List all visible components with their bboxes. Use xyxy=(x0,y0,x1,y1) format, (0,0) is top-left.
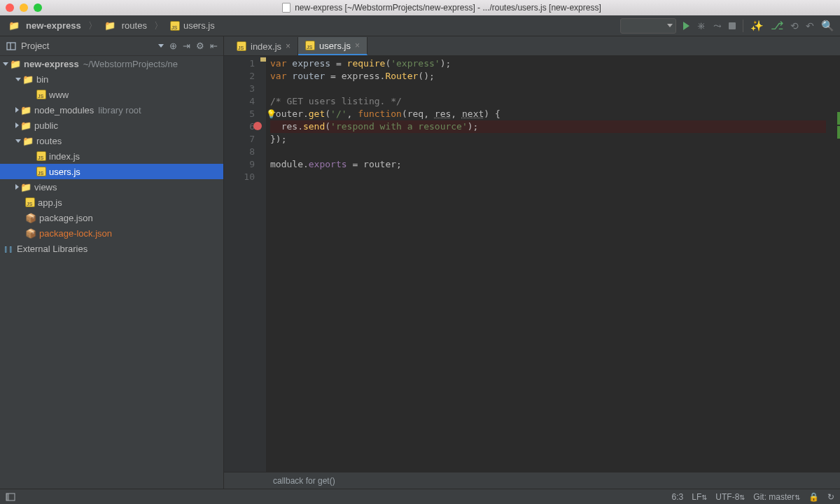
chevron-right-icon[interactable] xyxy=(15,184,19,190)
js-file-icon: JS xyxy=(36,151,46,161)
tree-folder-node-modules[interactable]: 📁 node_modules library root xyxy=(0,102,223,118)
line-number[interactable]: 7 xyxy=(228,133,255,146)
stop-icon[interactable] xyxy=(729,22,736,29)
tab-close-icon[interactable]: × xyxy=(355,41,360,50)
undo-icon[interactable]: ↶ xyxy=(806,20,814,31)
line-number[interactable]: 4 xyxy=(228,95,255,108)
close-window-icon[interactable] xyxy=(6,4,14,12)
breakpoint-icon[interactable] xyxy=(253,122,262,130)
line-number[interactable]: 2 xyxy=(228,70,255,83)
chevron-right-icon[interactable] xyxy=(15,107,19,113)
code-line[interactable]: /* GET users listing. */ xyxy=(270,95,826,108)
tree-folder-views[interactable]: 📁 views xyxy=(0,179,223,195)
tree-folder-public[interactable]: 📁 public xyxy=(0,118,223,133)
chevron-down-icon[interactable] xyxy=(3,62,8,66)
code-line[interactable] xyxy=(270,83,826,95)
project-tree[interactable]: 📁 new-express ~/WebstormProjects/ne 📁 bi… xyxy=(0,56,223,489)
line-number[interactable]: 8 xyxy=(228,146,255,158)
update-icon[interactable]: ⟲ xyxy=(790,20,799,31)
tree-label: node_modules xyxy=(34,105,94,115)
code-line[interactable] xyxy=(270,171,826,183)
breadcrumb-file[interactable]: JS users.js xyxy=(167,20,218,31)
tab-close-icon[interactable]: × xyxy=(286,41,290,51)
tree-label: public xyxy=(34,120,58,131)
tree-folder-bin[interactable]: 📁 bin xyxy=(0,71,223,87)
code-line[interactable]: module.exports = router; xyxy=(270,158,826,171)
status-git-branch[interactable]: Git: master xyxy=(753,492,794,502)
tree-folder-routes[interactable]: 📁 routes xyxy=(0,133,223,148)
editor-gutter[interactable]: 1 2 3 4 5 6 7 8 9 10 💡 xyxy=(224,56,266,472)
editor-breadcrumb-label: callback for get() xyxy=(273,476,335,486)
folder-icon: 📁 xyxy=(104,20,115,31)
tab-label: index.js xyxy=(251,41,281,52)
run-with-coverage-icon[interactable]: ⤳ xyxy=(713,20,722,31)
mark-icon[interactable] xyxy=(837,112,840,125)
mark-icon[interactable] xyxy=(837,126,840,139)
line-number[interactable]: 1 xyxy=(228,57,255,70)
chevron-down-icon[interactable] xyxy=(15,139,21,143)
tree-file-app-js[interactable]: JS app.js xyxy=(0,195,223,210)
tree-file-users-js[interactable]: JS users.js xyxy=(0,164,223,179)
status-position[interactable]: 6:3 xyxy=(672,492,684,502)
branch-icon[interactable]: ⎇ xyxy=(771,19,783,32)
code-area[interactable]: var express = require('express'); var ro… xyxy=(266,56,830,472)
tree-file-package-json[interactable]: 📦 package.json xyxy=(0,210,223,225)
search-icon[interactable]: 🔍 xyxy=(821,20,834,32)
line-number[interactable]: 10 xyxy=(228,171,255,183)
debug-icon[interactable]: ⛯ xyxy=(696,20,706,31)
code-line[interactable]: }); xyxy=(270,133,826,146)
js-file-icon: JS xyxy=(25,197,35,207)
minimize-window-icon[interactable] xyxy=(20,4,28,12)
tree-external-libraries[interactable]: ⫿⫿ External Libraries xyxy=(0,241,223,256)
warning-stripe-icon[interactable] xyxy=(260,57,266,62)
lock-icon[interactable]: 🔒 xyxy=(808,492,819,502)
toolbar-separator xyxy=(743,20,743,32)
code-line[interactable] xyxy=(270,146,826,158)
breadcrumb-sep-icon: 〉 xyxy=(88,20,97,32)
sync-icon[interactable]: ↻ xyxy=(827,492,834,502)
breadcrumb-project[interactable]: 📁 new-express xyxy=(6,20,84,31)
json-file-icon: 📦 xyxy=(25,213,36,223)
code-line[interactable]: res.send('respond with a resource'); xyxy=(270,120,826,133)
code-line[interactable]: router.get('/', function(req, res, next)… xyxy=(270,108,826,120)
json-file-icon: 📦 xyxy=(25,228,36,239)
run-icon[interactable] xyxy=(683,22,690,30)
hide-tool-icon[interactable]: ⇤ xyxy=(210,41,218,51)
code-line[interactable]: var router = express.Router(); xyxy=(270,70,826,83)
intention-bulb-icon[interactable]: 💡 xyxy=(266,108,276,120)
scroll-from-source-icon[interactable]: ⊕ xyxy=(169,41,177,51)
project-tool-title[interactable]: Project xyxy=(21,41,155,51)
tab-users-js[interactable]: JS users.js × xyxy=(298,37,368,55)
code-line[interactable]: var express = require('express'); xyxy=(270,57,826,70)
project-tool-header: Project ⊕ ⇥ ⚙ ⇤ xyxy=(0,36,223,56)
settings-gear-icon[interactable]: ⚙ xyxy=(196,41,204,51)
error-stripe[interactable] xyxy=(830,56,840,472)
tab-index-js[interactable]: JS index.js × xyxy=(230,37,298,55)
editor-body[interactable]: 1 2 3 4 5 6 7 8 9 10 💡 var express = req… xyxy=(224,56,840,472)
tree-project-root[interactable]: 📁 new-express ~/WebstormProjects/ne xyxy=(0,56,223,71)
editor-area: JS index.js × JS users.js × 1 2 3 4 5 6 … xyxy=(224,36,840,489)
tree-label: bin xyxy=(36,74,48,85)
maximize-window-icon[interactable] xyxy=(34,4,42,12)
status-line-ending[interactable]: LF xyxy=(692,492,701,502)
editor-breadcrumb[interactable]: callback for get() xyxy=(224,472,840,489)
project-tool-icon[interactable] xyxy=(6,41,17,52)
line-number[interactable]: 3 xyxy=(228,83,255,95)
tree-file-www[interactable]: JS www xyxy=(0,87,223,102)
tree-label: app.js xyxy=(38,197,62,208)
line-number[interactable]: 5 xyxy=(228,108,255,120)
wand-icon[interactable]: ✨ xyxy=(750,20,764,32)
chevron-right-icon[interactable] xyxy=(15,122,19,128)
tree-file-index-js[interactable]: JS index.js xyxy=(0,148,223,164)
chevron-down-icon[interactable] xyxy=(15,78,21,81)
chevron-down-icon[interactable] xyxy=(158,44,164,48)
line-number[interactable]: 6 xyxy=(228,120,255,133)
run-config-dropdown[interactable] xyxy=(620,18,676,34)
breadcrumb-folder[interactable]: 📁 routes xyxy=(102,20,150,31)
tree-file-package-lock-json[interactable]: 📦 package-lock.json xyxy=(0,225,223,241)
tool-window-toggle-icon[interactable] xyxy=(6,492,15,502)
collapse-all-icon[interactable]: ⇥ xyxy=(183,41,190,51)
status-encoding[interactable]: UTF-8 xyxy=(715,492,739,502)
svg-rect-0 xyxy=(7,43,15,50)
line-number[interactable]: 9 xyxy=(228,158,255,171)
